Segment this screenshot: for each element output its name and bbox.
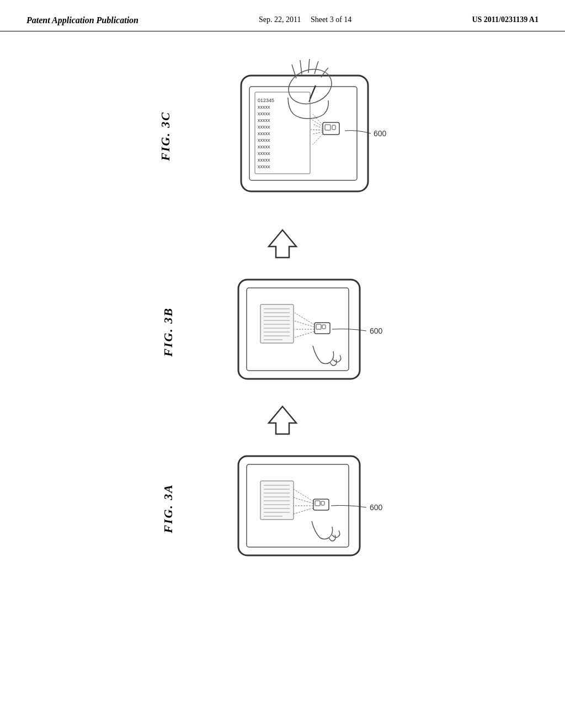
publication-date: Sep. 22, 2011 bbox=[259, 15, 301, 24]
figure-3a-section: FIG. 3A bbox=[0, 451, 565, 566]
patent-number: US 2011/0231139 A1 bbox=[472, 15, 539, 24]
arrow-up-2-svg bbox=[260, 404, 305, 437]
figure-3b-section: FIG. 3B bbox=[0, 274, 565, 390]
fig3a-label: FIG. 3A bbox=[161, 484, 194, 533]
page-header: Patent Application Publication Sep. 22, … bbox=[0, 0, 565, 31]
publication-title: Patent Application Publication bbox=[26, 15, 138, 25]
fig3b-illustration: 600 bbox=[205, 274, 404, 390]
svg-text:xxxxx: xxxxx bbox=[258, 104, 270, 110]
arrow-up-2 bbox=[0, 404, 565, 437]
fig3c-illustration: 012345 xxxxx xxxxx xxxxx xxxxx xxxxx xxx… bbox=[202, 59, 407, 213]
svg-text:012345: 012345 bbox=[258, 98, 274, 103]
svg-text:600: 600 bbox=[374, 129, 387, 138]
svg-text:xxxxx: xxxxx bbox=[258, 124, 270, 130]
svg-marker-48 bbox=[269, 406, 296, 434]
figure-3c-section: FIG. 3C 012345 xxxxx xxxxx xxxxx xxxxx x… bbox=[0, 59, 565, 213]
svg-text:xxxxx: xxxxx bbox=[258, 164, 270, 169]
svg-text:xxxxx: xxxxx bbox=[258, 144, 270, 149]
svg-text:600: 600 bbox=[370, 503, 383, 512]
svg-rect-51 bbox=[260, 481, 294, 520]
svg-text:600: 600 bbox=[370, 326, 383, 335]
fig3a-illustration: 600 bbox=[205, 451, 404, 566]
fig3c-label: FIG. 3C bbox=[158, 111, 191, 161]
svg-rect-30 bbox=[260, 304, 294, 343]
svg-text:xxxxx: xxxxx bbox=[258, 131, 270, 136]
svg-text:xxxxx: xxxxx bbox=[258, 151, 270, 156]
main-content: FIG. 3C 012345 xxxxx xxxxx xxxxx xxxxx x… bbox=[0, 31, 565, 588]
fig3b-label: FIG. 3B bbox=[161, 307, 194, 357]
svg-marker-27 bbox=[269, 230, 296, 258]
svg-text:xxxxx: xxxxx bbox=[258, 157, 270, 163]
svg-text:xxxxx: xxxxx bbox=[258, 117, 270, 123]
svg-text:xxxxx: xxxxx bbox=[258, 137, 270, 143]
header-center-info: Sep. 22, 2011 Sheet 3 of 14 bbox=[259, 15, 351, 24]
arrow-up-1-svg bbox=[260, 227, 305, 260]
sheet-info: Sheet 3 of 14 bbox=[311, 15, 351, 24]
svg-text:xxxxx: xxxxx bbox=[258, 111, 270, 116]
arrow-up-1 bbox=[0, 227, 565, 260]
